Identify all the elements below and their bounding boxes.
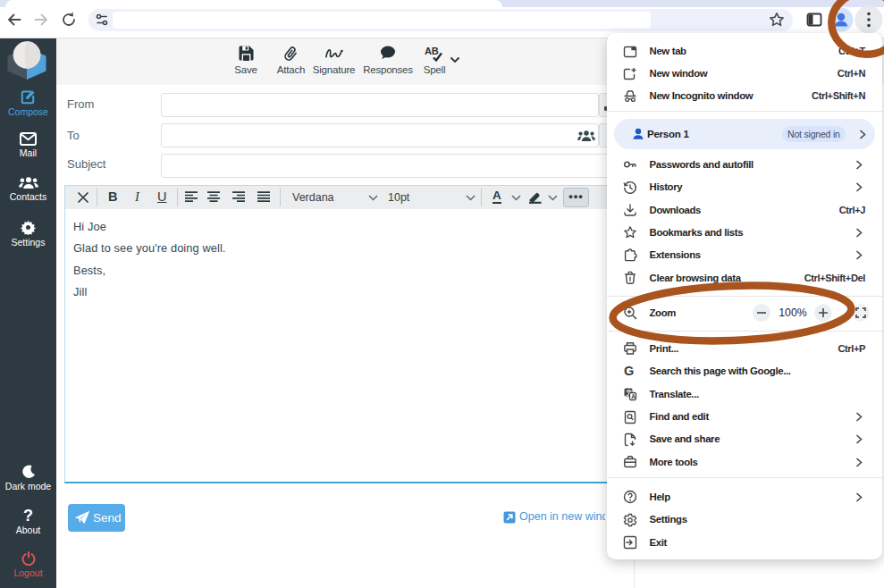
svg-text:A: A: [631, 393, 636, 399]
svg-text:AB: AB: [425, 46, 439, 56]
